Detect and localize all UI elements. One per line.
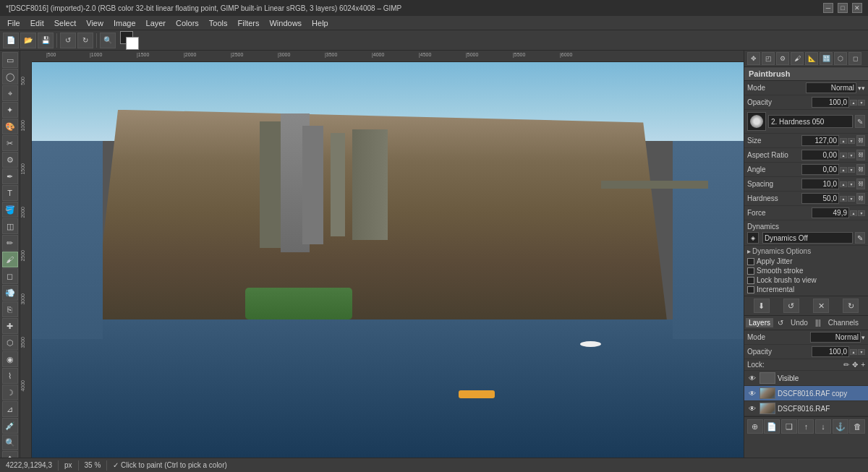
mode-select[interactable]: Normal <box>806 82 856 93</box>
apply-jitter-checkbox[interactable] <box>747 258 754 265</box>
tool-color-select[interactable]: 🎨 <box>2 119 18 134</box>
layers-anchor[interactable]: ⚓ <box>833 419 848 434</box>
aspect-spin-up[interactable]: ▲ <box>840 153 847 158</box>
layers-new-group[interactable]: ⊕ <box>747 419 763 434</box>
close-button[interactable]: ✕ <box>852 3 862 13</box>
new-file-button[interactable]: 📄 <box>3 33 19 48</box>
tool-text[interactable]: T <box>2 185 18 201</box>
menu-file[interactable]: File <box>3 17 25 29</box>
smooth-stroke-checkbox[interactable] <box>747 267 754 275</box>
tab-channels[interactable]: Channels <box>825 318 861 327</box>
spacing-value[interactable]: 10,0 <box>801 179 839 189</box>
mode-dropdown-arrow[interactable]: ▾ <box>858 85 865 92</box>
layers-opacity-value[interactable]: 100,0 <box>812 346 849 357</box>
tool-smudge[interactable]: ⌇ <box>2 368 18 384</box>
tool-move[interactable]: ✥ <box>2 451 18 458</box>
minimize-button[interactable]: ─ <box>823 3 833 13</box>
tool-options-icon-2[interactable]: ◰ <box>762 52 775 65</box>
save-file-button[interactable]: 💾 <box>38 33 54 48</box>
layers-mode-select[interactable]: Normal <box>810 332 861 343</box>
tool-options-icon-8[interactable]: ◻ <box>848 52 861 65</box>
aspect-spin-down[interactable]: ▼ <box>848 153 855 158</box>
menu-edit[interactable]: Edit <box>26 17 48 29</box>
lock-brush-checkbox[interactable] <box>747 277 754 284</box>
tool-blur-sharpen[interactable]: ◉ <box>2 351 18 367</box>
opacity-spin-down[interactable] <box>858 100 865 106</box>
brush-name[interactable]: 2. Hardness 050 <box>768 115 853 128</box>
hardness-spin-down[interactable]: ▼ <box>848 196 855 202</box>
spacing-spin-down[interactable]: ▼ <box>848 181 855 187</box>
tool-color-picker[interactable]: 💉 <box>2 418 18 434</box>
aspect-ratio-value[interactable]: 0,00 <box>801 150 839 160</box>
menu-select[interactable]: Select <box>50 17 81 29</box>
tool-eraser[interactable]: ◻ <box>2 268 18 284</box>
redo-button[interactable]: ↻ <box>77 33 93 48</box>
layers-duplicate[interactable]: ❑ <box>781 419 797 434</box>
panel-action-delete[interactable]: ✕ <box>813 299 829 313</box>
open-file-button[interactable]: 📂 <box>20 33 36 48</box>
angle-spin-up[interactable]: ▲ <box>840 167 847 173</box>
channels-icon-tab[interactable]: ||| <box>814 319 822 327</box>
layers-opacity-spin-down[interactable]: ▼ <box>858 349 865 355</box>
size-spin-up[interactable]: ▲ <box>840 138 847 144</box>
spacing-chain[interactable]: ⛓ <box>856 179 865 189</box>
menu-help[interactable]: Help <box>307 17 333 29</box>
layer-eye-original[interactable]: 👁 <box>747 403 757 413</box>
tool-bucket-fill[interactable]: 🪣 <box>2 202 18 218</box>
layer-eye-copy[interactable]: 👁 <box>747 388 757 398</box>
layer-eye-visible[interactable]: 👁 <box>747 373 757 383</box>
tool-zoom[interactable]: 🔍 <box>2 434 18 450</box>
panel-action-new[interactable]: ↻ <box>843 299 859 313</box>
tool-pencil[interactable]: ✏ <box>2 235 18 251</box>
tool-ellipse-select[interactable]: ◯ <box>2 69 18 85</box>
panel-action-refresh[interactable]: ↺ <box>783 299 799 313</box>
lock-all-icon[interactable]: + <box>861 361 865 369</box>
size-chain[interactable]: ⛓ <box>856 135 865 146</box>
hardness-chain[interactable]: ⛓ <box>856 193 865 204</box>
tool-options-icon-6[interactable]: 🔠 <box>820 52 833 65</box>
lock-position-icon[interactable]: ✥ <box>852 361 858 369</box>
tool-options-icon-7[interactable]: ⬡ <box>834 52 847 65</box>
tool-airbrush[interactable]: 💨 <box>2 285 18 301</box>
tool-scissors-select[interactable]: ✂ <box>2 135 18 151</box>
tab-undo[interactable]: Undo <box>788 318 811 327</box>
layers-delete[interactable]: 🗑 <box>849 419 865 434</box>
layer-item-copy[interactable]: 👁 DSCF8016.RAF copy <box>744 386 868 401</box>
tool-options-icon-4[interactable]: 🖌 <box>791 52 804 65</box>
canvas-area[interactable]: |500 |1000 |1500 |2000 |2500 |3000 |3500… <box>20 51 744 458</box>
incremental-checkbox[interactable] <box>747 286 754 293</box>
layers-new-layer[interactable]: 📄 <box>764 419 780 434</box>
brush-edit-button[interactable]: ✎ <box>855 115 865 128</box>
tool-blend[interactable]: ◫ <box>2 218 18 234</box>
hardness-value[interactable]: 50,0 <box>801 193 839 204</box>
tool-options-icon-5[interactable]: 📐 <box>805 52 818 65</box>
tool-measure[interactable]: ⊿ <box>2 401 18 417</box>
tool-clone[interactable]: ⎘ <box>2 301 18 317</box>
tool-foreground-select[interactable]: ⚙ <box>2 152 18 168</box>
zoom-in-button[interactable]: 🔍 <box>100 33 116 48</box>
maximize-button[interactable]: □ <box>838 3 848 13</box>
tool-options-icon-1[interactable]: ✥ <box>747 52 760 65</box>
dynamics-select[interactable]: Dynamics Off <box>762 232 853 244</box>
force-spin-up[interactable]: ▲ <box>850 210 857 216</box>
canvas-image[interactable] <box>32 62 744 458</box>
layers-move-up[interactable]: ↑ <box>798 419 814 434</box>
tool-fuzzy-select[interactable]: ✦ <box>2 102 18 118</box>
layers-move-down[interactable]: ↓ <box>815 419 831 434</box>
force-value[interactable]: 49,9 <box>812 207 849 218</box>
tool-paintbrush[interactable]: 🖌 <box>2 252 18 267</box>
force-spin-down[interactable]: ▼ <box>858 210 865 216</box>
menu-windows[interactable]: Windows <box>265 17 306 29</box>
menu-view[interactable]: View <box>82 17 108 29</box>
layers-mode-dropdown[interactable]: ▾ <box>861 334 865 341</box>
tool-paths[interactable]: ✒ <box>2 168 18 184</box>
tab-layers[interactable]: Layers <box>746 318 773 327</box>
menu-filters[interactable]: Filters <box>234 17 264 29</box>
tool-dodge-burn[interactable]: ☽ <box>2 385 18 400</box>
brush-preview[interactable] <box>747 112 766 131</box>
tool-options-icon-3[interactable]: ⚙ <box>776 52 789 65</box>
tool-perspective-clone[interactable]: ⬡ <box>2 335 18 351</box>
hardness-spin-up[interactable]: ▲ <box>840 196 847 202</box>
panel-action-download[interactable]: ⬇ <box>754 299 770 313</box>
undo-button[interactable]: ↺ <box>60 33 76 48</box>
